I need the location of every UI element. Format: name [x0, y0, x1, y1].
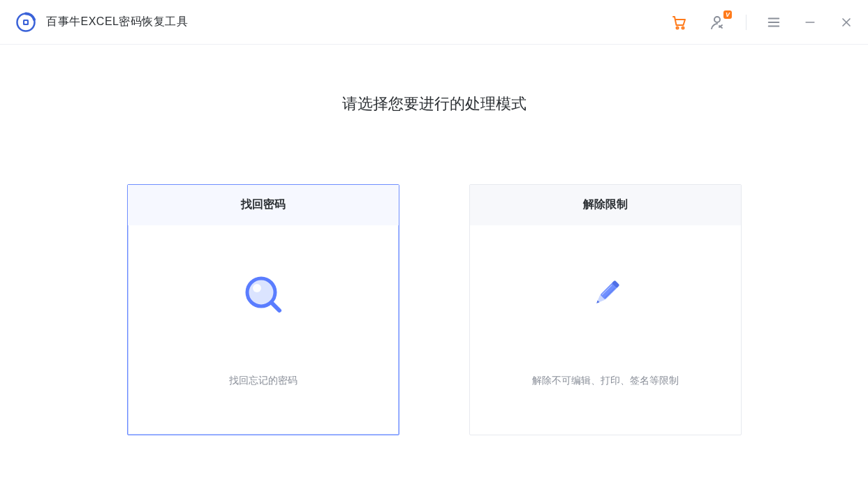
svg-rect-2	[24, 21, 27, 24]
menu-icon[interactable]	[765, 13, 783, 31]
magnifier-icon	[243, 273, 284, 315]
titlebar: 百事牛EXCEL密码恢复工具 V	[0, 0, 868, 45]
svg-point-14	[253, 284, 261, 292]
cart-icon[interactable]	[670, 13, 689, 31]
card-unlock-desc: 解除不可编辑、打印、签名等限制	[532, 375, 679, 387]
user-icon[interactable]: V	[707, 13, 728, 31]
pencil-icon	[584, 273, 626, 315]
card-recover-desc: 找回忘记的密码	[229, 375, 297, 387]
mode-cards: 找回密码 找回忘记的密码 解除限制	[127, 184, 742, 435]
page-subtitle: 请选择您要进行的处理模式	[342, 93, 527, 114]
card-recover-title: 找回密码	[128, 185, 399, 225]
app-title: 百事牛EXCEL密码恢复工具	[46, 15, 188, 29]
card-recover-body: 找回忘记的密码	[128, 225, 399, 435]
user-vip-badge: V	[723, 10, 732, 19]
close-icon[interactable]	[837, 13, 855, 31]
svg-point-5	[714, 17, 720, 22]
card-unlock-title: 解除限制	[470, 185, 741, 225]
minimize-icon[interactable]	[801, 13, 819, 31]
card-remove-restriction[interactable]: 解除限制 解除不可编辑、打印、签名等限制	[469, 184, 742, 435]
app-logo-icon	[15, 12, 36, 33]
main-content: 请选择您要进行的处理模式 找回密码 找回忘记的密码 解除限制	[0, 45, 868, 435]
titlebar-left: 百事牛EXCEL密码恢复工具	[15, 12, 188, 33]
svg-line-15	[272, 303, 279, 310]
svg-point-3	[677, 27, 679, 29]
card-unlock-body: 解除不可编辑、打印、签名等限制	[470, 225, 741, 435]
card-recover-password[interactable]: 找回密码 找回忘记的密码	[127, 184, 399, 435]
divider	[746, 15, 746, 30]
titlebar-right: V	[670, 13, 855, 31]
svg-point-4	[682, 27, 684, 29]
